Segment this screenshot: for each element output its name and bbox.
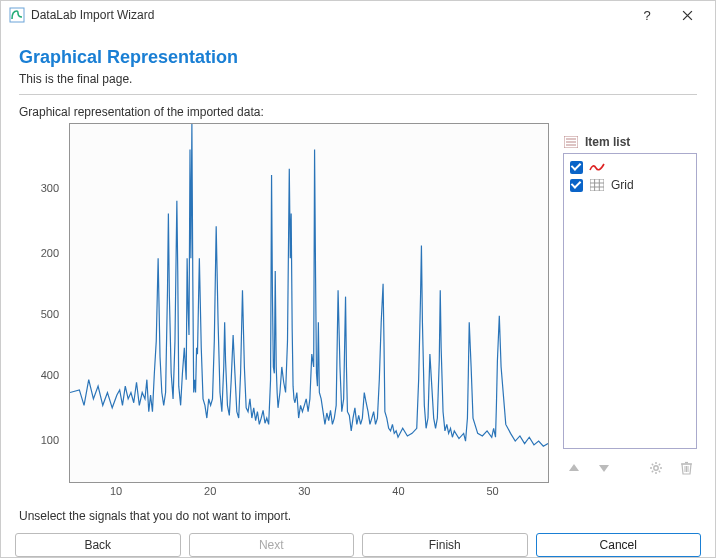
item-list-header: Item list	[563, 135, 697, 149]
list-item[interactable]: Grid	[568, 176, 692, 194]
window-title: DataLab Import Wizard	[31, 8, 627, 22]
close-button[interactable]	[667, 1, 707, 29]
svg-rect-5	[590, 179, 604, 191]
finish-button[interactable]: Finish	[362, 533, 528, 557]
x-tick-label: 20	[204, 485, 216, 497]
settings-button[interactable]	[645, 457, 667, 479]
grid-icon	[589, 178, 605, 192]
x-tick-label: 10	[110, 485, 122, 497]
item-list-title: Item list	[585, 135, 630, 149]
y-tick-label: 200	[41, 247, 59, 259]
svg-point-10	[654, 466, 658, 470]
move-up-button[interactable]	[563, 457, 585, 479]
chart-area: 300200500400100 1020304050	[19, 123, 549, 503]
item-list: Grid	[563, 153, 697, 449]
y-tick-label: 400	[41, 369, 59, 381]
move-down-button[interactable]	[593, 457, 615, 479]
next-button: Next	[189, 533, 355, 557]
cancel-button[interactable]: Cancel	[536, 533, 702, 557]
signal-icon	[589, 160, 605, 174]
checkbox[interactable]	[570, 161, 583, 174]
x-tick-label: 50	[486, 485, 498, 497]
checkbox[interactable]	[570, 179, 583, 192]
delete-button[interactable]	[675, 457, 697, 479]
svg-line-17	[652, 471, 653, 472]
titlebar: DataLab Import Wizard ?	[1, 1, 715, 29]
wizard-buttons: Back Next Finish Cancel	[1, 523, 715, 558]
chart-plot[interactable]	[69, 123, 549, 483]
footer-label: Unselect the signals that you do not wan…	[19, 509, 697, 523]
list-icon	[563, 135, 579, 149]
x-tick-label: 30	[298, 485, 310, 497]
svg-line-18	[659, 464, 660, 465]
y-tick-label: 500	[41, 308, 59, 320]
chart-label: Graphical representation of the imported…	[19, 105, 697, 119]
list-item-label: Grid	[611, 178, 634, 192]
y-tick-label: 100	[41, 434, 59, 446]
svg-line-16	[659, 471, 660, 472]
page-heading: Graphical Representation	[19, 47, 697, 68]
svg-line-15	[652, 464, 653, 465]
app-icon	[9, 7, 25, 23]
help-button[interactable]: ?	[627, 1, 667, 29]
list-item[interactable]	[568, 158, 692, 176]
x-tick-label: 40	[392, 485, 404, 497]
back-button[interactable]: Back	[15, 533, 181, 557]
y-tick-label: 300	[41, 182, 59, 194]
page-subheading: This is the final page.	[19, 72, 697, 95]
